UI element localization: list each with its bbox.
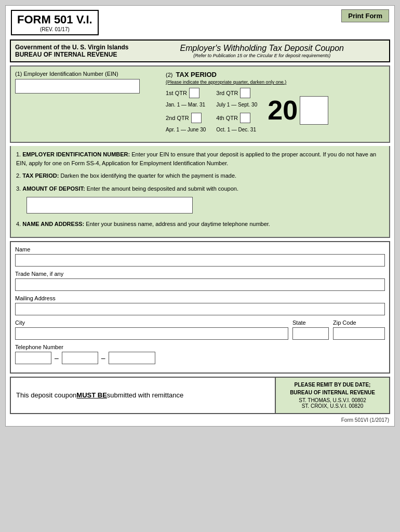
q4-row: 4th QTR xyxy=(216,113,257,123)
phone-area-input[interactable] xyxy=(15,352,51,364)
trade-name-field-group: Trade Name, if any xyxy=(15,271,385,291)
q4-checkbox[interactable] xyxy=(240,113,250,123)
q3-row: 3rd QTR xyxy=(216,88,257,98)
inst3-number: 3. xyxy=(16,185,21,192)
inst4-bold: NAME AND ADDRESS: xyxy=(22,221,84,227)
quarters-left: 1st QTR Jan. 1 — Mar. 31 2nd QTR Apr. 1 … xyxy=(166,88,206,132)
instruction-4: 4. NAME AND ADDRESS: Enter your business… xyxy=(16,220,384,229)
inst2-text: Darken the box identifying the quarter f… xyxy=(59,172,236,179)
coupon-title: Employer's Withholding Tax Deposit Coupo… xyxy=(139,44,385,53)
instruction-3: 3. AMOUNT OF DEPOSIT: Enter the amount b… xyxy=(16,184,384,193)
year-section: 20 xyxy=(268,96,328,125)
footer-section: This deposit coupon MUST BE submitted wi… xyxy=(10,377,390,414)
state-label: State xyxy=(292,320,329,326)
phone-exchange-input[interactable] xyxy=(62,352,98,364)
phone-label: Telephone Number xyxy=(15,344,385,350)
form-number: FORM 501 V.I. xyxy=(17,13,92,26)
instruction-1: 1. EMPLOYER IDENTIFICATION NUMBER: Enter… xyxy=(16,150,384,167)
header-gov: Government of the U. S. Virgin Islands B… xyxy=(15,44,128,58)
quarters-right: 3rd QTR July 1 — Sept. 30 4th QTR Oct. 1… xyxy=(216,88,257,132)
q1-row: 1st QTR xyxy=(166,88,206,98)
remit-addr1: ST. THOMAS, U.S.V.I. 00802 xyxy=(280,397,385,403)
remit-addr2: ST. CROIX, U.S.V.I. 00820 xyxy=(280,403,385,409)
gov-line1: Government of the U. S. Virgin Islands xyxy=(15,44,128,51)
zip-label: Zip Code xyxy=(333,320,385,326)
phone-number-input[interactable] xyxy=(109,352,155,364)
inst1-number: 1. xyxy=(16,151,21,157)
instructions-section: 1. EMPLOYER IDENTIFICATION NUMBER: Enter… xyxy=(10,146,390,238)
footer-text-before: This deposit coupon xyxy=(16,391,76,399)
print-form-button[interactable]: Print Form xyxy=(341,9,389,22)
amount-input[interactable] xyxy=(26,197,193,214)
mailing-address-label: Mailing Address xyxy=(15,295,385,301)
q4-label: 4th QTR xyxy=(216,115,238,121)
q3-checkbox[interactable] xyxy=(240,88,250,98)
gov-line2: BUREAU OF INTERNAL REVENUE xyxy=(15,51,128,58)
q1-checkbox[interactable] xyxy=(189,88,199,98)
city-state-zip-row: City State Zip Code xyxy=(15,320,385,340)
footer-right: PLEASE REMIT BY DUE DATE; BUREAU OF INTE… xyxy=(275,378,389,413)
inst4-number: 4. xyxy=(16,221,21,227)
tax-period-column: (2) TAX PERIOD (Please indicate the appr… xyxy=(166,71,385,132)
q1-label: 1st QTR xyxy=(166,90,187,96)
name-field-group: Name xyxy=(15,246,385,267)
phone-row: – – xyxy=(15,352,385,364)
inst2-bold: TAX PERIOD: xyxy=(22,172,59,179)
ein-tax-row: (1) Employer Identification Number (EIN)… xyxy=(15,71,385,132)
instruction-2: 2. TAX PERIOD: Darken the box identifyin… xyxy=(16,171,384,180)
mailing-address-input[interactable] xyxy=(15,303,385,315)
remit-title: PLEASE REMIT BY DUE DATE; xyxy=(280,382,385,388)
footer-text-after: submitted with remittance xyxy=(107,391,183,399)
city-label: City xyxy=(15,320,288,326)
header-coupon: Employer's Withholding Tax Deposit Coupo… xyxy=(128,44,385,58)
form-rev: (REV. 01/17) xyxy=(17,26,92,32)
lower-form-section: Name Trade Name, if any Mailing Address … xyxy=(10,241,390,374)
ein-input[interactable] xyxy=(15,79,140,94)
ein-column: (1) Employer Identification Number (EIN) xyxy=(15,71,161,132)
q2-label: 2nd QTR xyxy=(166,115,189,121)
state-column: State xyxy=(292,320,329,340)
inst4-text: Enter your business name, address and yo… xyxy=(84,221,270,227)
year-prefix: 20 xyxy=(268,97,298,124)
coupon-subtitle: (Refer to Publication 15 or the Circular… xyxy=(139,53,385,58)
telephone-field-group: Telephone Number – – xyxy=(15,344,385,364)
bottom-credit: Form 501VI (1/2017) xyxy=(6,417,389,423)
footer-must-be: MUST BE xyxy=(76,391,107,399)
q3-date: July 1 — Sept. 30 xyxy=(216,102,257,108)
mailing-address-field-group: Mailing Address xyxy=(15,295,385,315)
inst3-bold: AMOUNT OF DEPOSIT: xyxy=(22,185,85,192)
zip-input[interactable] xyxy=(333,327,385,340)
q2-date: Apr. 1 — June 30 xyxy=(166,127,206,132)
amount-input-wrapper xyxy=(26,197,384,214)
q1-date: Jan. 1 — Mar. 31 xyxy=(166,102,206,108)
remit-org: BUREAU OF INTERNAL REVENUE xyxy=(280,390,385,395)
phone-sep2: – xyxy=(101,354,105,362)
state-input[interactable] xyxy=(292,327,329,340)
form-title-box: FORM 501 V.I. (REV. 01/17) xyxy=(11,10,99,35)
section2-label: (2) xyxy=(166,72,172,78)
green-section: (1) Employer Identification Number (EIN)… xyxy=(10,65,390,143)
inst1-bold: EMPLOYER IDENTIFICATION NUMBER: xyxy=(22,151,130,157)
q3-label: 3rd QTR xyxy=(216,90,238,96)
inst3-text: Enter the amount being desposited and su… xyxy=(85,185,238,192)
city-column: City xyxy=(15,320,288,340)
q4-date: Oct. 1 — Dec. 31 xyxy=(216,127,257,132)
q2-checkbox[interactable] xyxy=(191,113,202,123)
ein-label: (1) Employer Identification Number (EIN) xyxy=(15,71,161,77)
city-input[interactable] xyxy=(15,327,288,340)
name-input[interactable] xyxy=(15,254,385,267)
inst2-number: 2. xyxy=(16,172,21,179)
tax-period-subtitle: (Please indicate the appropriate quarter… xyxy=(166,79,385,85)
footer-left: This deposit coupon MUST BE submitted wi… xyxy=(11,378,275,413)
trade-name-label: Trade Name, if any xyxy=(15,271,385,277)
q2-row: 2nd QTR xyxy=(166,113,206,123)
tax-period-label: TAX PERIOD xyxy=(176,71,217,78)
form-page: Print Form FORM 501 V.I. (REV. 01/17) Go… xyxy=(5,5,395,427)
name-label: Name xyxy=(15,246,385,252)
header-section: Government of the U. S. Virgin Islands B… xyxy=(10,39,390,62)
zip-column: Zip Code xyxy=(333,320,385,340)
year-input[interactable] xyxy=(300,96,328,125)
trade-name-input[interactable] xyxy=(15,278,385,291)
phone-sep1: – xyxy=(55,354,59,362)
